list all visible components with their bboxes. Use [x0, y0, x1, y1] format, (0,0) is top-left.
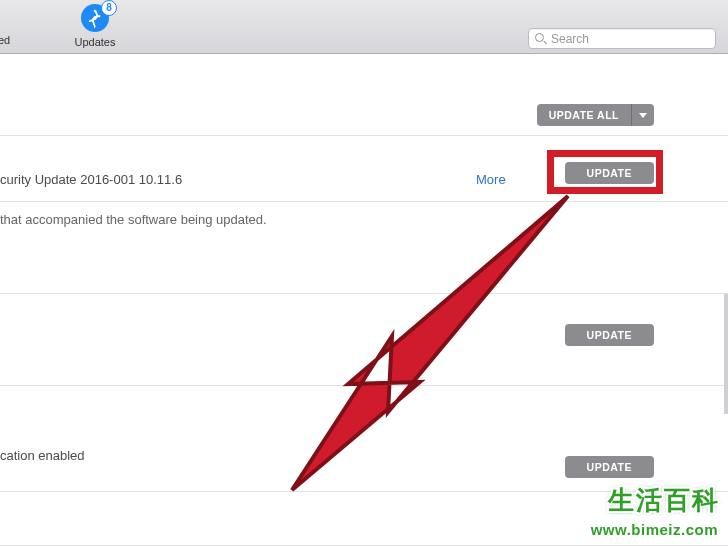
updates-badge: 8	[101, 0, 117, 16]
update-all-button[interactable]: UPDATE ALL	[537, 104, 632, 126]
update-description: that accompanied the software being upda…	[0, 212, 267, 227]
content-area: UPDATE ALL curity Update 2016-001 10.11.…	[0, 54, 728, 546]
update-button[interactable]: UPDATE	[565, 162, 654, 184]
watermark-char: 百	[664, 483, 690, 518]
watermark-url: www.bimeiz.com	[591, 521, 718, 538]
toolbar-label-updates: Updates	[60, 36, 130, 48]
list-item: curity Update 2016-001 10.11.6 More UPDA…	[0, 136, 728, 202]
updates-icon: 8	[81, 4, 109, 32]
chevron-down-icon	[639, 113, 647, 118]
toolbar-item-updates[interactable]: 8 Updates	[60, 4, 130, 48]
list-item: that accompanied the software being upda…	[0, 202, 728, 294]
search-field[interactable]	[528, 28, 716, 49]
list-item: UPDATE	[0, 294, 728, 386]
update-description: cation enabled	[0, 448, 85, 463]
watermark-char: 生	[608, 483, 634, 518]
update-button[interactable]: UPDATE	[565, 324, 654, 346]
watermark-char: 科	[692, 483, 718, 518]
toolbar-item-purchased[interactable]: ised	[0, 4, 40, 46]
watermark-logo: 生 活 百 科	[608, 483, 718, 518]
list-item: cation enabled UPDATE	[0, 386, 728, 492]
update-all-dropdown[interactable]	[632, 104, 654, 126]
search-icon	[535, 33, 547, 45]
more-link[interactable]: More	[476, 172, 506, 187]
update-title: curity Update 2016-001 10.11.6	[0, 172, 182, 187]
toolbar-label-purchased: ised	[0, 34, 40, 46]
update-all-row: UPDATE ALL	[0, 54, 728, 136]
watermark-char: 活	[636, 483, 662, 518]
toolbar: ised 8 Updates	[0, 0, 728, 54]
scrollbar[interactable]	[724, 294, 728, 414]
search-input[interactable]	[551, 32, 709, 46]
update-button[interactable]: UPDATE	[565, 456, 654, 478]
